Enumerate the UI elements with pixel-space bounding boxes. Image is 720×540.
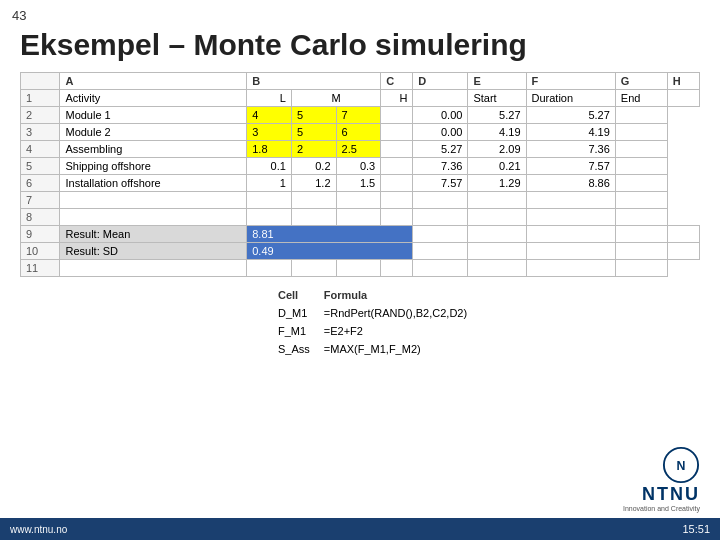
cell-6-d: 1.5 [336,175,381,192]
cell-6-f: 1.29 [468,175,526,192]
col-header-f: F [526,73,615,90]
col-header-e: E [468,73,526,90]
cell-7-e [413,192,468,209]
cell-6-g: 8.86 [526,175,615,192]
cell-2-b: 4 [247,107,292,124]
cell-6-blank [381,175,413,192]
cell-2-e: 0.00 [413,107,468,124]
cell-8-b [247,209,292,226]
cell-10-b: 0.49 [247,243,413,260]
cell-4-b: 1.8 [247,141,292,158]
cell-4-h [615,141,667,158]
cell-5-b: 0.1 [247,158,292,175]
cell-10-a: Result: SD [60,243,247,260]
table-row: 10 Result: SD 0.49 [21,243,700,260]
col-header-empty [21,73,60,90]
table-row: 7 [21,192,700,209]
cell-8-d [336,209,381,226]
cell-10-blank [413,243,468,260]
row-num-3: 3 [21,124,60,141]
row-num-2: 2 [21,107,60,124]
cell-11-c [291,260,336,277]
cell-8-h [615,209,667,226]
cell-4-d: 2.5 [336,141,381,158]
col-header-a: A [60,73,247,90]
cell-2-f: 5.27 [468,107,526,124]
ntnu-icon: N [662,446,700,484]
cell-1-e-start: Start [468,90,526,107]
formula-row: S_Ass =MAX(F_M1,F_M2) [272,341,473,357]
cell-8-f [468,209,526,226]
cell-1-g-end: End [615,90,667,107]
table-row: 2 Module 1 4 5 7 0.00 5.27 5.27 [21,107,700,124]
cell-4-e: 5.27 [413,141,468,158]
cell-7-d [336,192,381,209]
cell-6-b: 1 [247,175,292,192]
table-row: 11 [21,260,700,277]
cell-8-g [526,209,615,226]
row-num-7: 7 [21,192,60,209]
cell-11-d [336,260,381,277]
footer-time: 15:51 [682,523,710,535]
cell-6-h [615,175,667,192]
col-header-c: C [381,73,413,90]
cell-3-h [615,124,667,141]
cell-1-b-m: M [291,90,380,107]
cell-8-e [413,209,468,226]
table-wrapper: A B C D E F G H 1 Activity L M H Start D… [20,72,700,359]
slide-number: 43 [12,8,26,23]
cell-3-d: 6 [336,124,381,141]
cell-6-e: 7.57 [413,175,468,192]
cell-2-a: Module 1 [60,107,247,124]
cell-11-a [60,260,247,277]
row-num-1: 1 [21,90,60,107]
cell-3-b: 3 [247,124,292,141]
cell-8-blank [381,209,413,226]
cell-3-g: 4.19 [526,124,615,141]
cell-3-f: 4.19 [468,124,526,141]
cell-7-h [615,192,667,209]
cell-7-c [291,192,336,209]
cell-5-a: Shipping offshore [60,158,247,175]
cell-2-h [615,107,667,124]
main-table: A B C D E F G H 1 Activity L M H Start D… [20,72,700,277]
cell-9-g [615,226,667,243]
cell-7-b [247,192,292,209]
formula-row: D_M1 =RndPert(RAND(),B2,C2,D2) [272,305,473,321]
cell-5-h [615,158,667,175]
col-header-b: B [247,73,381,90]
table-row: 8 [21,209,700,226]
cell-5-g: 7.57 [526,158,615,175]
cell-10-e [468,243,526,260]
formula-value-sass: =MAX(F_M1,F_M2) [318,341,473,357]
cell-8-c [291,209,336,226]
table-row: 5 Shipping offshore 0.1 0.2 0.3 7.36 0.2… [21,158,700,175]
cell-1-c-h: H [381,90,413,107]
cell-4-f: 2.09 [468,141,526,158]
cell-6-c: 1.2 [291,175,336,192]
row-num-5: 5 [21,158,60,175]
formula-value-fm1: =E2+F2 [318,323,473,339]
col-header-d: D [413,73,468,90]
cell-2-d: 7 [336,107,381,124]
row-num-4: 4 [21,141,60,158]
cell-1-a: Activity [60,90,247,107]
svg-text:N: N [677,459,686,473]
cell-4-blank [381,141,413,158]
cell-9-blank [413,226,468,243]
formula-cell-sass: S_Ass [272,341,316,357]
cell-8-a [60,209,247,226]
cell-6-a: Installation offshore [60,175,247,192]
cell-2-c: 5 [291,107,336,124]
cell-3-e: 0.00 [413,124,468,141]
cell-5-c: 0.2 [291,158,336,175]
cell-4-a: Assembling [60,141,247,158]
cell-11-g [526,260,615,277]
col-header-row: A B C D E F G H [21,73,700,90]
footer-url: www.ntnu.no [10,524,67,535]
ntnu-logo: N NTNU Innovation and Creativity [623,446,700,512]
formula-table: Cell Formula D_M1 =RndPert(RAND(),B2,C2,… [270,285,475,359]
content-area: A B C D E F G H 1 Activity L M H Start D… [20,72,700,359]
cell-1-f-duration: Duration [526,90,615,107]
formula-header-row: Cell Formula [272,287,473,303]
